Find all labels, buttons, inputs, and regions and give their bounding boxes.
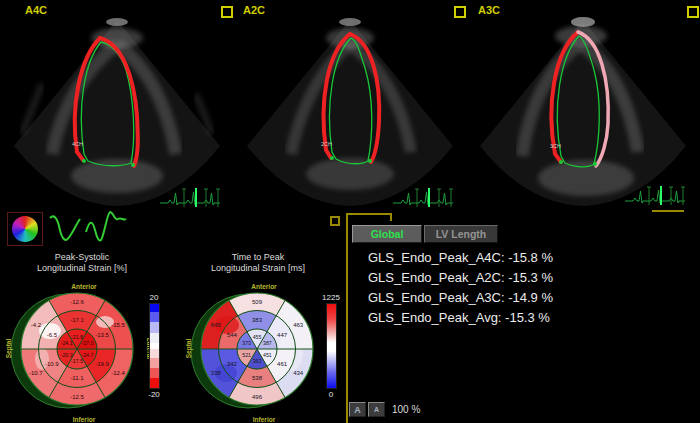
strain-bullseye-map: Anterior -21.8-27.0-24.7-17.5-20.3-24.1-… (7, 283, 161, 423)
font-size-large-button[interactable]: A (349, 402, 366, 417)
annulus-tag: 2CH (321, 141, 332, 147)
svg-text:-19.9: -19.9 (95, 361, 109, 367)
svg-text:-17.1: -17.1 (70, 317, 84, 323)
ttp-colorbar: 1225 0 (318, 293, 344, 399)
svg-text:496: 496 (252, 394, 263, 400)
svg-text:-17.5: -17.5 (71, 358, 83, 364)
svg-text:383: 383 (252, 317, 263, 323)
annulus-tag: 3CH (550, 143, 561, 149)
svg-text:-27.0: -27.0 (81, 340, 93, 346)
svg-text:447: 447 (277, 332, 288, 338)
strain-map-title: Peak-Systolic Longitudinal Strain [%] (7, 252, 157, 274)
svg-text:-12.4: -12.4 (111, 370, 125, 376)
svg-text:-6.5: -6.5 (47, 332, 58, 338)
echo-strain-screen: A4C A2C A3C 4CH (0, 0, 700, 423)
svg-text:461: 461 (277, 361, 288, 367)
svg-text:338: 338 (211, 370, 222, 376)
svg-text:463: 463 (293, 322, 304, 328)
svg-text:645: 645 (211, 322, 222, 328)
panel-guide-line (390, 213, 392, 221)
ultrasound-view-a2c[interactable]: 2CH (233, 14, 466, 214)
ecg-frame-marker (652, 210, 684, 212)
svg-text:-4.2: -4.2 (31, 322, 42, 328)
svg-text:-15.5: -15.5 (111, 322, 125, 328)
gls-avg: GLS_Endo_Peak_Avg: -15.3 % (368, 308, 553, 328)
svg-text:-20.3: -20.3 (61, 352, 73, 358)
zoom-level: 100 % (392, 404, 420, 415)
color-wheel-icon[interactable] (7, 212, 43, 246)
tab-lv-length[interactable]: LV Length (424, 225, 498, 243)
gls-a2c: GLS_Endo_Peak_A2C: -15.3 % (368, 268, 553, 288)
gls-a4c: GLS_Endo_Peak_A4C: -15.8 % (368, 248, 553, 268)
ttp-map-title: Time to Peak Longitudinal Strain [ms] (183, 252, 333, 274)
svg-text:509: 509 (252, 299, 263, 305)
svg-text:373: 373 (242, 340, 251, 346)
annulus-tag: 4CH (72, 141, 83, 147)
svg-text:363: 363 (253, 358, 262, 364)
svg-text:544: 544 (227, 332, 238, 338)
strain-curve-icon (82, 204, 128, 250)
tab-global[interactable]: Global (352, 225, 422, 243)
svg-text:451: 451 (263, 352, 272, 358)
strain-curve-icon (44, 206, 86, 250)
svg-text:538: 538 (252, 375, 263, 381)
ultrasound-view-a4c[interactable]: 4CH (0, 14, 233, 214)
svg-text:-10.9: -10.9 (45, 361, 59, 367)
strain-colorbar: 20 -20 (146, 293, 162, 399)
svg-text:455: 455 (253, 334, 262, 340)
panel-guide-line (346, 213, 392, 215)
panel-select-icon[interactable] (330, 216, 340, 226)
svg-text:-10.7: -10.7 (29, 370, 43, 376)
svg-text:521: 521 (242, 352, 251, 358)
svg-text:-11.1: -11.1 (70, 375, 84, 381)
gls-measurements: GLS_Endo_Peak_A4C: -15.8 % GLS_Endo_Peak… (368, 248, 553, 328)
svg-text:-12.5: -12.5 (70, 394, 84, 400)
svg-text:-13.5: -13.5 (95, 332, 109, 338)
panel-guide-line (346, 213, 348, 423)
font-size-small-button[interactable]: A (368, 402, 385, 417)
ultrasound-view-a3c[interactable]: 3CH (466, 14, 700, 214)
svg-text:387: 387 (263, 340, 272, 346)
svg-text:-24.7: -24.7 (81, 352, 93, 358)
svg-text:434: 434 (293, 370, 304, 376)
svg-text:-24.1: -24.1 (61, 340, 73, 346)
gls-a3c: GLS_Endo_Peak_A3C: -14.9 % (368, 288, 553, 308)
svg-text:342: 342 (227, 361, 238, 367)
svg-text:-12.6: -12.6 (70, 299, 84, 305)
